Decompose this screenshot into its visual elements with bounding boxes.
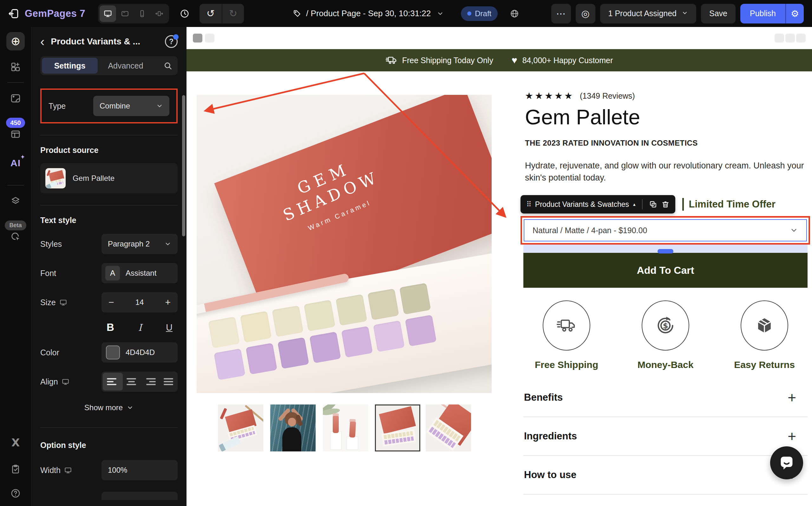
preview-button[interactable]: ◎ (576, 4, 595, 23)
redo-button[interactable]: ↻ (222, 4, 244, 23)
ai-assistant-button[interactable]: AI (10, 158, 21, 168)
font-row: Font A Assistant (40, 263, 178, 283)
show-more-toggle[interactable]: Show more (40, 403, 178, 412)
exit-editor-icon[interactable] (8, 8, 19, 19)
publish-split-button: Publish ⚙ (740, 4, 804, 23)
option-style-heading: Option style (40, 441, 178, 450)
add-to-cart-button[interactable]: Add To Cart (523, 253, 808, 288)
font-picker[interactable]: A Assistant (101, 263, 178, 283)
thumbnail-1[interactable] (218, 405, 263, 451)
back-button[interactable]: ‹ (40, 36, 44, 47)
italic-button[interactable]: I (138, 322, 142, 333)
feature-money-back[interactable]: $ Money-Back (622, 301, 709, 370)
product-main-image[interactable]: GEM SHADOW Warm Caramel (197, 95, 491, 393)
sections-library-icon[interactable] (10, 62, 21, 72)
format-buttons: B I U (101, 321, 178, 333)
divider (40, 427, 178, 428)
beta-badge: Beta (5, 221, 26, 230)
theme-library-icon[interactable] (10, 93, 21, 104)
undo-button[interactable]: ↺ (199, 4, 222, 23)
reviews-count: (1349 Reviews) (580, 91, 635, 101)
chevron-down-icon (126, 404, 133, 411)
mobile-view-button[interactable] (134, 5, 150, 22)
styles-dropdown[interactable]: Paragraph 2 (101, 234, 178, 254)
accordion-how-to-use[interactable]: How to use + (523, 456, 808, 495)
desktop-view-button[interactable] (100, 5, 116, 22)
align-left-button[interactable] (103, 373, 123, 391)
offer-bar (682, 198, 684, 210)
font-label: Font (40, 269, 56, 278)
add-element-button[interactable]: ⊕ (6, 32, 25, 51)
x-social-icon[interactable]: X (11, 436, 20, 449)
skeleton-block (775, 33, 784, 43)
type-dropdown[interactable]: Combine (93, 96, 169, 116)
page-canvas: Free Shipping Today Only ♥ 84,000+ Happy… (186, 27, 812, 506)
tab-settings[interactable]: Settings (42, 58, 98, 74)
status-badge: Draft (461, 6, 498, 21)
divider (40, 135, 178, 136)
page-title: / Product Page - Sep 30, 10:31:22 (306, 9, 431, 18)
panel-scrollbar[interactable] (182, 95, 185, 236)
increase-size-button[interactable]: + (165, 298, 171, 307)
publish-button[interactable]: Publish (740, 4, 785, 23)
save-button[interactable]: Save (701, 4, 736, 23)
responsive-view-button[interactable] (151, 5, 168, 22)
chat-widget-button[interactable] (770, 446, 803, 479)
svg-text:$: $ (663, 321, 668, 330)
thumbnail-2[interactable] (270, 405, 315, 451)
font-name: Assistant (125, 269, 156, 277)
accordion-benefits[interactable]: Benefits + (523, 378, 808, 417)
gempages-editor: GemPages 7 ↺ ↻ / Product Page - Sep 3 (0, 0, 812, 506)
interactions-icon[interactable] (10, 232, 21, 242)
more-options-button[interactable]: ⋯ (551, 4, 571, 23)
thumbnail-3[interactable] (323, 405, 368, 451)
publish-settings-gear-icon[interactable]: ⚙ (785, 4, 804, 23)
panel-help-icon[interactable]: ? (165, 35, 178, 48)
feature-free-shipping[interactable]: Free Shipping (523, 301, 610, 370)
align-justify-button[interactable] (161, 373, 176, 391)
accordion-ingredients[interactable]: Ingredients + (523, 417, 808, 456)
chevron-down-icon (156, 102, 163, 109)
delete-element-icon[interactable] (661, 200, 669, 208)
search-icon[interactable] (163, 61, 172, 70)
language-globe-icon[interactable] (510, 9, 519, 18)
history-icon[interactable] (180, 9, 189, 18)
product-assigned-dropdown[interactable]: 1 Product Assigned (600, 4, 696, 23)
variant-select[interactable]: Natural / Matte / 4-pan - $190.00 (524, 219, 807, 241)
underline-button[interactable]: U (166, 322, 173, 333)
chevron-down-icon (164, 241, 171, 247)
feature-easy-returns[interactable]: Easy Returns (721, 301, 808, 370)
templates-icon[interactable] (10, 129, 21, 139)
color-swatch (106, 345, 120, 359)
align-label: Align (40, 377, 69, 387)
banner-customers-item: ♥ 84,000+ Happy Customer (512, 56, 613, 65)
color-picker[interactable]: 4D4D4D (101, 342, 178, 363)
help-icon[interactable] (10, 488, 21, 498)
feature-badges: Free Shipping $ Money-Back Easy Returns (523, 301, 808, 370)
layers-icon[interactable] (10, 196, 21, 206)
duplicate-element-icon[interactable] (649, 200, 657, 208)
bold-button[interactable]: B (107, 321, 114, 333)
decrease-size-button[interactable]: − (108, 298, 114, 307)
announcement-bar[interactable]: Free Shipping Today Only ♥ 84,000+ Happy… (186, 49, 812, 71)
thumbnail-5[interactable] (426, 405, 471, 451)
checklist-icon[interactable] (10, 464, 21, 474)
chevron-down-icon (682, 9, 688, 18)
align-center-button[interactable] (123, 373, 139, 391)
page-title-menu[interactable]: / Product Page - Sep 30, 10:31:22 (293, 9, 444, 18)
selected-element-badge[interactable]: ⠿ Product Variants & Swatches ▴ (521, 195, 675, 214)
align-right-button[interactable] (140, 373, 160, 391)
plus-icon: + (788, 429, 796, 443)
plus-icon: + (788, 390, 796, 405)
topbar-actions: ⋯ ◎ 1 Product Assigned Save Publish ⚙ (551, 4, 804, 23)
product-source-card[interactable]: Gem Pallete (40, 163, 178, 193)
draft-dot (467, 11, 471, 15)
tablet-view-button[interactable] (117, 5, 133, 22)
thumbnail-4-selected[interactable] (375, 405, 420, 451)
product-title: Gem Pallete (525, 105, 640, 129)
size-value: 14 (136, 298, 144, 307)
width-input[interactable]: 100% (101, 460, 178, 480)
drag-handle-icon[interactable]: ⠿ (526, 200, 531, 209)
tab-advanced[interactable]: Advanced (98, 58, 154, 74)
element-selection-handle[interactable] (657, 249, 673, 253)
